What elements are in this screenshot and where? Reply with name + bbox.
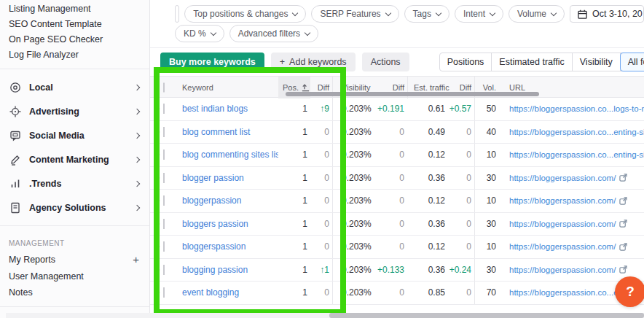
url-link[interactable]: https://bloggerspassion.co...enting-site — [499, 128, 644, 136]
row-checkbox[interactable] — [163, 150, 165, 160]
sidebar-item-user-management[interactable]: User Management — [0, 268, 149, 284]
page-horizontal-scrollbar[interactable] — [329, 313, 644, 318]
row-checkbox[interactable] — [163, 173, 165, 183]
agency-solutions-doc-icon — [9, 201, 21, 214]
expand-row-chevron-icon[interactable] — [150, 106, 163, 111]
expand-row-chevron-icon[interactable] — [150, 152, 163, 157]
sidebar-item-listing-management[interactable]: Listing Management — [0, 1, 149, 17]
expand-row-chevron-icon[interactable] — [150, 176, 163, 180]
est-traffic-value: 0.85 — [407, 287, 448, 298]
keyword-link[interactable]: blogger passion — [182, 173, 278, 183]
expand-row-chevron-icon[interactable] — [150, 198, 163, 203]
filter-top-positions-dropdown[interactable]: Top positions & changes — [184, 5, 306, 23]
keyword-link[interactable]: bloggerspassion — [182, 241, 278, 252]
row-checkbox-cell — [163, 127, 182, 137]
keyword-link[interactable]: blogging passion — [182, 265, 278, 275]
sidebar-item-seo-content-template[interactable]: SEO Content Template — [0, 17, 149, 32]
url-link[interactable]: https://bloggerspassion.com/ — [499, 265, 644, 274]
buy-more-keywords-button[interactable]: Buy more keywords — [160, 53, 264, 71]
filter-intent-dropdown[interactable]: Intent — [455, 5, 503, 23]
filter-label: Top positions & changes — [193, 9, 288, 19]
expand-row-chevron-icon[interactable] — [150, 268, 163, 272]
url-link[interactable]: https://bloggerspassion.co...enting-site — [499, 150, 644, 159]
url-link[interactable]: https://bloggerspassion.com/ — [499, 174, 644, 182]
row-checkbox[interactable] — [163, 195, 165, 206]
table-row[interactable]: bloggerpassion 1 0 0.203% 0 0.12 0 10 ht… — [150, 190, 644, 213]
select-all-checkbox[interactable] — [163, 82, 165, 93]
header-keyword[interactable]: Keyword — [182, 83, 278, 92]
filter-kd-dropdown[interactable]: KD % — [175, 25, 224, 42]
expand-row-chevron-icon[interactable] — [150, 290, 163, 295]
keyword-link[interactable]: bloggerpassion — [182, 195, 278, 206]
help-button[interactable]: ? — [615, 276, 644, 307]
tab-all-for-domain[interactable]: All for bloggerspassion.com — [620, 53, 644, 71]
sidebar-item-on-page-seo-checker[interactable]: On Page SEO Checker — [0, 32, 149, 47]
sidebar-item-advertising[interactable]: Advertising — [0, 99, 149, 123]
tab-estimated-traffic[interactable]: Estimated traffic — [492, 53, 572, 71]
expand-row-chevron-icon[interactable] — [150, 130, 163, 134]
sidebar-item-log-file-analyzer[interactable]: Log File Analyzer — [0, 47, 149, 63]
add-keywords-button[interactable]: +Add keywords — [271, 53, 356, 71]
sidebar-item-agency-solutions[interactable]: Agency Solutions — [0, 195, 149, 220]
columns-horizontal-scrollbar[interactable] — [286, 92, 539, 96]
row-checkbox[interactable] — [163, 265, 165, 275]
keyword-link[interactable]: blog comment list — [182, 127, 278, 137]
header-visibility-diff[interactable]: Diff — [372, 83, 407, 92]
keyword-link[interactable]: blog commenting sites list — [182, 150, 278, 160]
sidebar-item-local[interactable]: Local — [0, 75, 149, 99]
external-link-icon[interactable] — [619, 197, 627, 205]
add-report-plus-icon[interactable]: + — [133, 253, 139, 265]
keyword-link[interactable]: event blogging — [182, 287, 278, 298]
volume-value: 10 — [474, 190, 499, 212]
position-value: 1 — [278, 241, 310, 252]
sidebar-item-my-reports[interactable]: My Reports + — [0, 250, 149, 268]
row-checkbox[interactable] — [163, 287, 165, 298]
table-row[interactable]: bloggerspassion 1 0 0.203% 0 0.12 0 10 h… — [150, 236, 644, 259]
external-link-icon[interactable] — [619, 220, 627, 228]
header-url[interactable]: URL — [499, 83, 644, 92]
filter-advanced-dropdown[interactable]: Advanced filters — [229, 25, 318, 42]
url-link[interactable]: https://bloggerspassion.com/ — [499, 220, 644, 228]
url-link[interactable]: https://bloggerspassion.co...logs-to-re — [499, 104, 644, 113]
row-checkbox-cell — [163, 104, 182, 114]
external-link-icon[interactable] — [619, 265, 627, 274]
sidebar-item-trends[interactable]: .Trends — [0, 171, 149, 195]
url-link[interactable]: https://bloggerspassion.com/ — [499, 242, 644, 251]
table-header: Keyword Pos. Diff Visibility Diff Est. t… — [150, 76, 644, 98]
date-range-picker[interactable]: Oct 3-10, 20 — [570, 5, 644, 23]
keyword-link[interactable]: bloggers passion — [182, 219, 278, 229]
tab-visibility[interactable]: Visibility — [573, 53, 621, 71]
sidebar-item-notes[interactable]: Notes — [0, 284, 149, 300]
filter-volume-dropdown[interactable]: Volume — [508, 5, 565, 23]
expand-row-chevron-icon[interactable] — [150, 244, 163, 249]
table-row[interactable]: blog commenting sites list 1 0 0.203% 0 … — [150, 144, 644, 167]
table-row[interactable]: bloggers passion 1 0 0.203% 0 0.36 0 30 … — [150, 213, 644, 236]
est-traffic-value: 0.36 — [407, 219, 448, 229]
position-value: 1 — [278, 150, 310, 160]
external-link-icon[interactable] — [619, 243, 627, 251]
sidebar-item-social-media[interactable]: Social Media — [0, 123, 149, 147]
table-row[interactable]: event blogging 1 0 0.203% 0 0.85 0 70 ht… — [150, 282, 644, 305]
sidebar-item-label: Advertising — [29, 106, 135, 117]
actions-button[interactable]: Actions — [362, 53, 409, 71]
table-row[interactable]: best indian blogs 1 ↑9 0.203% +0.191 0.6… — [150, 98, 644, 121]
external-link-icon[interactable] — [619, 174, 627, 182]
sidebar-item-content-marketing[interactable]: Content Marketing — [0, 147, 149, 171]
keyword-link[interactable]: best indian blogs — [182, 104, 278, 114]
row-checkbox[interactable] — [163, 127, 165, 137]
row-checkbox[interactable] — [163, 219, 165, 229]
row-checkbox[interactable] — [163, 104, 165, 114]
table-row[interactable]: blogger passion 1 0 0.203% 0 0.36 0 30 h… — [150, 167, 644, 190]
row-checkbox-cell — [163, 287, 182, 298]
header-pos-diff[interactable]: Diff — [310, 83, 332, 92]
row-checkbox[interactable] — [163, 241, 165, 252]
expand-row-chevron-icon[interactable] — [150, 222, 163, 226]
tab-positions[interactable]: Positions — [440, 53, 492, 71]
url-link[interactable]: https://bloggerspassion.com/ — [499, 196, 644, 205]
keyword-filter-input[interactable] — [176, 9, 179, 19]
table-row[interactable]: blogging passion 1 ↑1 0.203% +0.133 0.36… — [150, 259, 644, 282]
table-row[interactable]: blog comment list 1 0 0.203% 0 0.49 0 40… — [150, 121, 644, 144]
filter-serp-features-dropdown[interactable]: SERP Features — [311, 5, 398, 23]
header-traffic-diff[interactable]: Diff — [448, 83, 474, 92]
filter-tags-dropdown[interactable]: Tags — [404, 5, 449, 23]
